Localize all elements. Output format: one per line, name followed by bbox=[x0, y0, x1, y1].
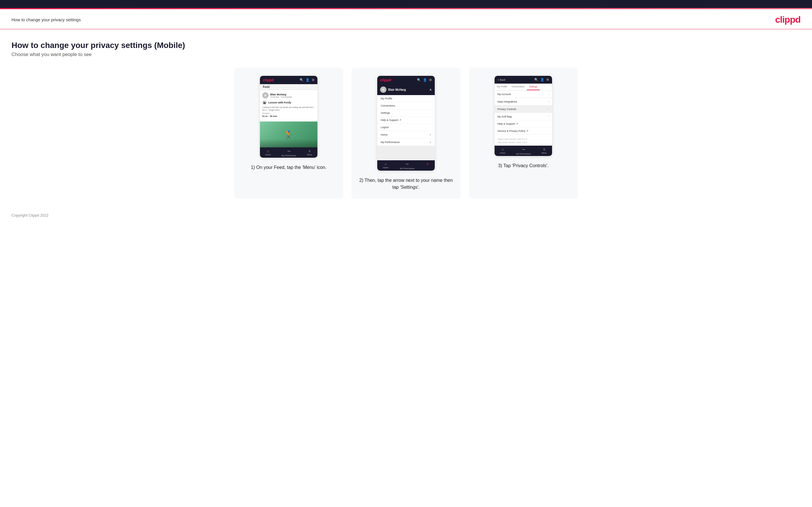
close-icon: ✕ bbox=[426, 162, 429, 166]
profile-icon-3: 👤 bbox=[540, 78, 544, 81]
step3-back-header: < Back 🔍 👤 ⚙ bbox=[495, 76, 552, 83]
feed-content: B Blair McHarg Yesterday · Sunningdale 🎬… bbox=[260, 90, 317, 121]
search-icon-3: 🔍 bbox=[534, 78, 538, 81]
lesson-title: Lesson with Fordy bbox=[268, 101, 291, 104]
home-icon-2: ⌂ bbox=[385, 162, 387, 166]
step-1-caption: 1) On your Feed, tap the 'Menu' icon. bbox=[251, 164, 326, 171]
help-support-label: Help & Support ↗ bbox=[498, 122, 518, 125]
version-info: Clippd Client Version: 2022.8.3-3GQL Ser… bbox=[495, 135, 552, 146]
settings-service-privacy[interactable]: Service & Privacy Policy ↗ bbox=[495, 127, 552, 135]
feed-avatar: B bbox=[262, 92, 268, 99]
menu-icon: ≡ bbox=[308, 149, 310, 153]
header: How to change your privacy settings clip… bbox=[0, 9, 812, 29]
footer: Copyright Clippd 2022 bbox=[0, 208, 812, 223]
home-icon: ⌂ bbox=[267, 149, 269, 153]
data-integrations-chevron: › bbox=[548, 100, 549, 103]
menu-label: Menu bbox=[307, 154, 312, 156]
home-label-2: Home bbox=[383, 167, 389, 169]
menu-avatar: B bbox=[380, 87, 387, 93]
step2-app-header: clippd 🔍 👤 ⚙ bbox=[377, 76, 435, 84]
performance-label-2: My Performance bbox=[400, 167, 415, 169]
step1-app-header: clippd 🔍 👤 ⚙ bbox=[260, 76, 317, 84]
search-icon: 🔍 bbox=[300, 78, 304, 82]
tab-settings[interactable]: Settings bbox=[527, 83, 540, 90]
header-title: How to change your privacy settings bbox=[11, 17, 81, 22]
settings-list: My Account › Data Integrations › Privacy… bbox=[495, 91, 552, 135]
settings-icon-2: ⚙ bbox=[429, 78, 432, 82]
menu-user-info: B Blair McHarg bbox=[380, 87, 406, 93]
settings-icon: ⚙ bbox=[312, 78, 314, 82]
home-label-3: Home bbox=[500, 152, 506, 154]
step2-app-logo: clippd bbox=[380, 78, 391, 82]
step2-header-icons: 🔍 👤 ⚙ bbox=[417, 78, 432, 82]
tab-connections[interactable]: Connections bbox=[509, 83, 527, 90]
step-1-card: clippd 🔍 👤 ⚙ Feed B Blair McHarg bbox=[234, 68, 343, 199]
menu-item-settings[interactable]: Settings bbox=[377, 109, 435, 117]
nav-home-3[interactable]: ⌂ Home bbox=[500, 147, 506, 155]
performance-icon-3: 〜 bbox=[522, 147, 525, 152]
step-3-caption: 3) Tap 'Privacy Controls'. bbox=[498, 162, 549, 169]
home-label: Home bbox=[265, 154, 271, 156]
performance-section-chevron: ∨ bbox=[429, 140, 431, 144]
nav-performance[interactable]: 〜 My Performance bbox=[282, 149, 296, 157]
step-2-card: clippd 🔍 👤 ⚙ B Blair McHarg ∧ bbox=[351, 68, 461, 199]
performance-icon-2: 〜 bbox=[405, 162, 409, 167]
step-2-caption: 2) Then, tap the arrow next to your name… bbox=[358, 177, 454, 191]
duration-label: Duration bbox=[262, 112, 315, 114]
menu-item-my-profile[interactable]: My Profile bbox=[377, 95, 435, 102]
feed-user-info: Blair McHarg Yesterday · Sunningdale bbox=[270, 93, 292, 98]
my-account-label: My Account bbox=[498, 93, 511, 96]
tab-my-profile[interactable]: My Profile bbox=[495, 83, 509, 90]
lesson-icon: 🎬 bbox=[262, 100, 267, 105]
step-3-card: < Back 🔍 👤 ⚙ My Profile Connections Sett… bbox=[469, 68, 578, 199]
nav-close-btn[interactable]: ✕ bbox=[426, 162, 429, 169]
back-button[interactable]: < Back bbox=[498, 78, 506, 81]
page-subheading: Choose what you want people to see bbox=[11, 52, 801, 57]
duration-value: 01 hr : 30 min bbox=[262, 115, 315, 117]
performance-section-label: My Performance bbox=[381, 141, 400, 144]
menu-user-row[interactable]: B Blair McHarg ∧ bbox=[377, 84, 435, 95]
lesson-row: 🎬 Lesson with Fordy bbox=[262, 100, 315, 105]
search-icon-2: 🔍 bbox=[417, 78, 421, 82]
logo: clippd bbox=[775, 14, 801, 25]
my-account-chevron: › bbox=[548, 93, 549, 96]
settings-data-integrations[interactable]: Data Integrations › bbox=[495, 98, 552, 105]
steps-container: clippd 🔍 👤 ⚙ Feed B Blair McHarg bbox=[11, 68, 801, 199]
settings-my-golf-bag[interactable]: My Golf Bag › bbox=[495, 113, 552, 120]
golf-figure: 🏌️ bbox=[284, 130, 294, 139]
settings-my-account[interactable]: My Account › bbox=[495, 91, 552, 98]
home-section-chevron: ∨ bbox=[429, 133, 431, 136]
nav-performance-2[interactable]: 〜 My Performance bbox=[400, 162, 415, 169]
step2-bottom-nav: ⌂ Home 〜 My Performance ✕ bbox=[377, 160, 435, 171]
my-golf-bag-chevron: › bbox=[548, 115, 549, 118]
menu-user-name: Blair McHarg bbox=[388, 88, 406, 91]
step2-bg-image bbox=[377, 146, 435, 160]
menu-item-help-support[interactable]: Help & Support ↗ bbox=[377, 117, 435, 124]
feed-user-name: Blair McHarg bbox=[270, 93, 292, 96]
home-section-label: Home bbox=[381, 133, 388, 136]
step3-bottom-nav: ⌂ Home 〜 My Performance ≡ Menu bbox=[495, 146, 552, 156]
lesson-desc: Looking to feel like my hands are exitin… bbox=[262, 106, 315, 111]
nav-home[interactable]: ⌂ Home bbox=[265, 149, 271, 157]
privacy-controls-label: Privacy Controls bbox=[498, 108, 516, 111]
step3-header-icons: 🔍 👤 ⚙ bbox=[534, 78, 549, 81]
settings-tab-bar: My Profile Connections Settings bbox=[495, 83, 552, 91]
nav-home-2[interactable]: ⌂ Home bbox=[383, 162, 389, 169]
main-content: How to change your privacy settings (Mob… bbox=[0, 29, 812, 208]
menu-dropdown: B Blair McHarg ∧ My Profile Connections … bbox=[377, 84, 435, 146]
feed-user-row: B Blair McHarg Yesterday · Sunningdale bbox=[262, 92, 315, 99]
settings-privacy-controls[interactable]: Privacy Controls › bbox=[495, 105, 552, 113]
menu-item-connections[interactable]: Connections bbox=[377, 102, 435, 109]
menu-item-home-section[interactable]: Home ∨ bbox=[377, 131, 435, 138]
nav-performance-3[interactable]: 〜 My Performance bbox=[516, 147, 531, 155]
nav-menu-3[interactable]: ≡ Menu bbox=[542, 147, 547, 155]
nav-menu[interactable]: ≡ Menu bbox=[307, 149, 312, 157]
data-integrations-label: Data Integrations bbox=[498, 100, 517, 103]
settings-icon-3: ⚙ bbox=[546, 78, 549, 81]
step1-app-logo: clippd bbox=[263, 78, 274, 82]
settings-help-support[interactable]: Help & Support ↗ bbox=[495, 120, 552, 127]
feed-user-location: Yesterday · Sunningdale bbox=[270, 96, 292, 98]
menu-item-performance-section[interactable]: My Performance ∨ bbox=[377, 138, 435, 146]
my-golf-bag-label: My Golf Bag bbox=[498, 115, 512, 118]
menu-item-logout[interactable]: Logout bbox=[377, 124, 435, 131]
